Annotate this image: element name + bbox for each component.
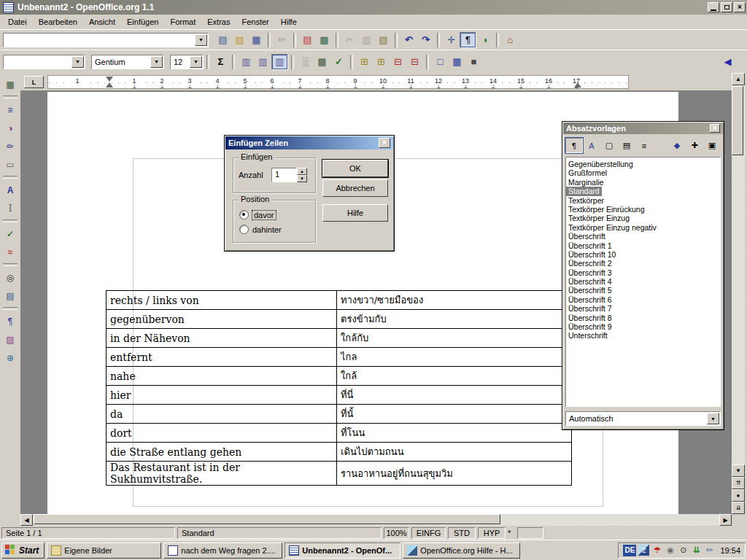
insert-row-button[interactable]: ⊞ xyxy=(356,54,373,70)
split-cells-vertical-button[interactable]: ▥ xyxy=(271,54,288,70)
style-dropdown-button[interactable]: ▼ xyxy=(71,56,84,68)
style-list-item[interactable]: Überschrift 10 xyxy=(566,250,720,259)
menu-datei[interactable]: Datei xyxy=(2,15,33,28)
ok-button[interactable]: OK xyxy=(322,160,388,177)
horizontal-scrollbar[interactable]: ◀ ▶ xyxy=(20,514,732,526)
taskbar-task-eigene-bilder[interactable]: Eigene Bilder xyxy=(47,542,161,559)
images-on-off-button[interactable]: ▨ xyxy=(1,330,20,349)
style-list-item[interactable]: Textkörper xyxy=(566,196,720,205)
menu-format[interactable]: Format xyxy=(164,15,201,28)
table-cell-de[interactable]: gegenübervon xyxy=(107,310,337,329)
style-list[interactable]: Gegenüberstellung Grußformel Marginalie … xyxy=(565,157,721,407)
url-combobox[interactable]: ▼ xyxy=(3,33,209,47)
find-replace-button[interactable]: ◎ xyxy=(1,268,20,287)
taskbar-task-unbenannt2[interactable]: Unbenannt2 - OpenOf... xyxy=(285,542,400,559)
insert-table-button[interactable]: ▦ xyxy=(1,75,20,93)
start-button[interactable]: Start xyxy=(1,542,44,559)
insert-section-button[interactable]: ≡ xyxy=(1,101,20,119)
status-hyperlink-mode[interactable]: HYP xyxy=(478,527,506,539)
export-pdf-button[interactable]: ▤ xyxy=(299,32,316,48)
menu-extras[interactable]: Extras xyxy=(201,15,236,28)
scroll-up-button[interactable]: ▲ xyxy=(732,73,745,85)
table-cell-de[interactable]: dort xyxy=(107,424,337,443)
page-styles-button[interactable]: ▤ xyxy=(618,138,635,153)
spellcheck-button[interactable]: ✓ xyxy=(1,225,20,243)
style-list-item[interactable]: Überschrift 7 xyxy=(566,304,720,313)
print-file-button[interactable]: ▩ xyxy=(316,32,333,48)
spin-down-button[interactable]: ▼ xyxy=(297,175,307,182)
style-list-item[interactable]: Textkörper Einzug xyxy=(566,214,720,222)
radio-dahinter[interactable]: dahinter xyxy=(239,225,282,234)
horizontal-ruler[interactable]: 1 1 2 3 4 5 6 7 8 9 10 11 12 13 14 15 16… xyxy=(47,75,629,89)
font-size-combobox[interactable]: 12 ▼ xyxy=(170,55,204,69)
paragraph-styles-button[interactable]: ¶ xyxy=(565,138,583,153)
form-functions-button[interactable]: ▭ xyxy=(1,155,20,174)
insert-object-button[interactable]: ◑ xyxy=(1,119,20,137)
window-titlebar[interactable]: Unbenannt2 - OpenOffice.org 1.1 × xyxy=(0,0,747,15)
style-list-item[interactable]: Überschrift 2 xyxy=(566,259,720,268)
new-style-from-selection-button[interactable]: ✚ xyxy=(686,138,703,153)
restore-button[interactable] xyxy=(721,2,732,12)
style-list-item[interactable]: Überschrift xyxy=(566,232,720,241)
table-cell-de[interactable]: da xyxy=(107,405,337,424)
table-cell-th[interactable]: เดินไปตามถนน xyxy=(337,443,572,462)
open-document-button[interactable]: ▧ xyxy=(231,32,248,48)
url-dropdown-button[interactable]: ▼ xyxy=(195,34,207,46)
table-cell-th[interactable]: ทางขวา/ซายมือของ xyxy=(337,291,572,310)
split-cells-horizontal-button[interactable]: ▥ xyxy=(255,54,271,70)
table-cell-de[interactable]: nahe xyxy=(107,367,337,386)
radio-davor[interactable]: davor xyxy=(239,210,276,219)
fill-format-mode-button[interactable]: ◆ xyxy=(668,138,686,153)
network-activity-icon[interactable]: ⇊ xyxy=(691,545,702,556)
minimize-button[interactable] xyxy=(708,2,719,12)
status-selection-mode[interactable]: STD xyxy=(448,527,476,539)
paragraph-style-combobox[interactable]: ▼ xyxy=(3,55,85,69)
table-cell-th[interactable]: ใกล้กับ xyxy=(337,329,572,348)
font-dropdown-button[interactable]: ▼ xyxy=(150,56,163,68)
frame-styles-button[interactable]: ▢ xyxy=(600,138,618,153)
style-list-item[interactable]: Marginalie xyxy=(566,178,720,187)
antivir-icon[interactable]: ☂ xyxy=(651,545,662,556)
scroll-down-button[interactable]: ▼ xyxy=(732,464,745,477)
vertical-scroll-thumb[interactable] xyxy=(732,86,743,155)
nonprinting-characters-button[interactable]: ¶ xyxy=(1,312,20,330)
gallery-button[interactable]: ⌂ xyxy=(502,32,519,48)
status-page-style[interactable]: Standard xyxy=(177,527,382,539)
pen-tablet-icon[interactable]: ✏ xyxy=(704,545,715,556)
table-cell-th[interactable]: ที่นี่ xyxy=(337,386,572,405)
update-style-button[interactable]: ▣ xyxy=(703,138,721,153)
table-cell-th[interactable]: ตรงข้ามกับ xyxy=(337,310,572,329)
data-sources-button[interactable]: ▤ xyxy=(1,287,20,305)
horizontal-scroll-thumb[interactable] xyxy=(34,514,500,524)
style-list-item[interactable]: Überschrift 8 xyxy=(566,314,720,322)
status-insert-mode[interactable]: EINFG xyxy=(411,527,446,539)
table-cell-de[interactable]: hier xyxy=(107,386,337,405)
menu-hilfe[interactable]: Hilfe xyxy=(275,15,303,28)
background-color-button[interactable]: ▒ xyxy=(297,54,314,70)
right-indent-marker[interactable] xyxy=(574,82,581,88)
style-list-item[interactable]: Textkörper Einzug negativ xyxy=(566,223,720,232)
optimize-button[interactable]: ✓ xyxy=(330,54,347,70)
size-dropdown-button[interactable]: ▼ xyxy=(190,56,202,68)
menu-ansicht[interactable]: Ansicht xyxy=(83,15,121,28)
copy-button[interactable]: ▥ xyxy=(358,32,375,48)
dialog-close-button[interactable]: × xyxy=(379,138,390,148)
insert-column-button[interactable]: ⊞ xyxy=(373,54,390,70)
vertical-scroll-track[interactable] xyxy=(732,85,745,464)
table-cell-th[interactable]: ที่โนน xyxy=(337,424,572,443)
save-document-button[interactable]: ▦ xyxy=(248,32,265,48)
borders-button[interactable]: ▦ xyxy=(449,54,465,70)
paste-button[interactable]: ▧ xyxy=(375,32,392,48)
font-name-combobox[interactable]: Gentium ▼ xyxy=(91,55,164,69)
table-cell-de[interactable]: in der Nähevon xyxy=(107,329,337,348)
style-list-item[interactable]: Grußformel xyxy=(566,168,720,177)
undo-button[interactable]: ↶ xyxy=(400,32,417,48)
hyperlink-dialog-button[interactable]: ◑ xyxy=(476,32,493,48)
stylist-close-button[interactable]: × xyxy=(710,124,720,133)
redo-button[interactable]: ↷ xyxy=(417,32,434,48)
style-list-item[interactable]: Überschrift 5 xyxy=(566,286,720,295)
count-spinner[interactable]: 1 ▲ ▼ xyxy=(271,168,307,182)
menu-einfuegen[interactable]: Einfügen xyxy=(121,15,164,28)
taskbar-task-hilfe[interactable]: OpenOffice.org Hilfe - H... xyxy=(403,542,520,559)
help-button[interactable]: Hilfe xyxy=(322,204,388,222)
